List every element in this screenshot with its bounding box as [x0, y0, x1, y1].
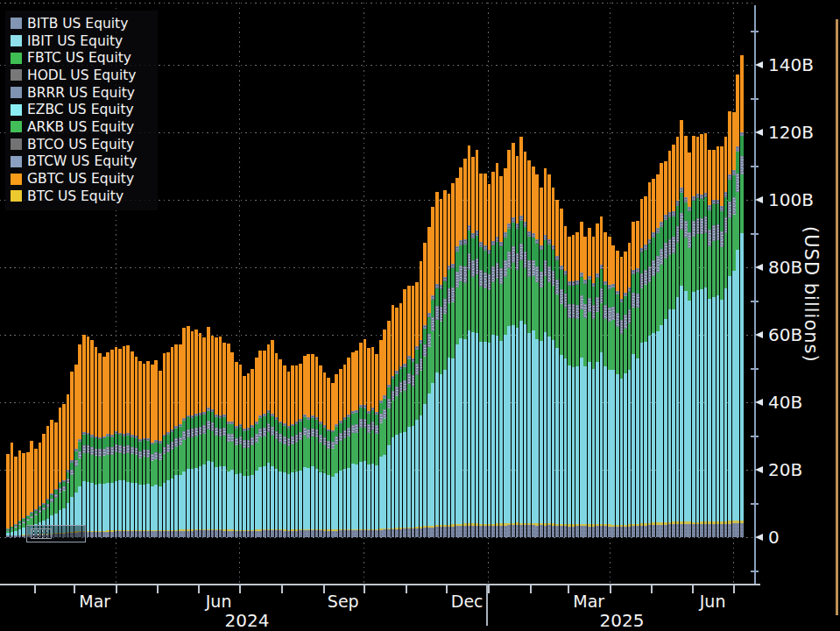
stacked-bar[interactable]	[219, 337, 222, 537]
stacked-bar[interactable]	[512, 143, 515, 537]
stacked-bar[interactable]	[327, 378, 330, 537]
stacked-bar[interactable]	[146, 361, 150, 537]
stacked-bar[interactable]	[532, 167, 535, 537]
stacked-bar[interactable]	[491, 172, 495, 537]
stacked-bar[interactable]	[78, 344, 81, 537]
stacked-bar[interactable]	[126, 345, 130, 537]
stacked-bar[interactable]	[552, 188, 555, 537]
stacked-bar[interactable]	[660, 163, 663, 537]
stacked-bar[interactable]	[275, 353, 279, 537]
stacked-bar[interactable]	[331, 383, 335, 537]
stacked-bar[interactable]	[684, 136, 688, 537]
chart-tool-box[interactable]	[26, 525, 86, 542]
stacked-bar[interactable]	[527, 160, 531, 537]
stacked-bar[interactable]	[339, 369, 342, 537]
stacked-bar[interactable]	[211, 336, 215, 537]
stacked-bar[interactable]	[427, 227, 431, 537]
stacked-bar[interactable]	[463, 159, 467, 537]
stacked-bar[interactable]	[604, 232, 607, 537]
stacked-bar[interactable]	[395, 308, 399, 537]
stacked-bar[interactable]	[364, 339, 367, 537]
stacked-bar[interactable]	[343, 365, 347, 538]
stacked-bar[interactable]	[291, 365, 294, 537]
stacked-bar[interactable]	[668, 151, 672, 537]
legend-item-btc[interactable]: BTC US Equity	[11, 188, 152, 205]
stacked-bar[interactable]	[580, 222, 583, 537]
stacked-bar[interactable]	[191, 331, 194, 537]
stacked-bar[interactable]	[90, 340, 94, 537]
stacked-bar[interactable]	[544, 168, 547, 537]
stacked-bar[interactable]	[712, 150, 716, 537]
stacked-bar[interactable]	[239, 365, 243, 537]
stacked-bar[interactable]	[163, 353, 166, 537]
stacked-bar[interactable]	[11, 443, 14, 537]
stacked-bar[interactable]	[135, 357, 138, 537]
legend-item-gbtc[interactable]: GBTC US Equity	[11, 170, 152, 188]
stacked-bar[interactable]	[166, 352, 170, 537]
stacked-bar[interactable]	[62, 404, 66, 537]
stacked-bar[interactable]	[596, 223, 599, 537]
stacked-bar[interactable]	[179, 344, 182, 537]
stacked-bar[interactable]	[443, 190, 447, 537]
stacked-bar[interactable]	[555, 200, 559, 537]
stacked-bar[interactable]	[295, 365, 299, 537]
legend-item-hodl[interactable]: HODL US Equity	[11, 67, 152, 84]
stacked-bar[interactable]	[235, 362, 238, 537]
stacked-bar[interactable]	[159, 371, 162, 537]
stacked-bar[interactable]	[18, 450, 22, 537]
stacked-bar[interactable]	[22, 453, 25, 537]
legend-item-ibit[interactable]: IBIT US Equity	[11, 32, 152, 50]
stacked-bar[interactable]	[202, 337, 206, 537]
stacked-bar[interactable]	[98, 353, 102, 537]
stacked-bar[interactable]	[74, 365, 78, 537]
stacked-bar[interactable]	[335, 374, 338, 537]
stacked-bar[interactable]	[303, 356, 307, 537]
stacked-bar[interactable]	[307, 354, 310, 537]
stacked-bar[interactable]	[110, 350, 114, 537]
legend-item-bitb[interactable]: BITB US Equity	[11, 15, 152, 32]
stacked-bar[interactable]	[271, 340, 274, 537]
stacked-bar[interactable]	[243, 376, 246, 537]
stacked-bar[interactable]	[716, 146, 720, 537]
stacked-bar[interactable]	[728, 111, 731, 537]
stacked-bar[interactable]	[560, 209, 563, 537]
stacked-bar[interactable]	[415, 282, 419, 537]
stacked-bar[interactable]	[640, 199, 644, 537]
stacked-bar[interactable]	[412, 286, 415, 537]
stacked-bar[interactable]	[255, 358, 258, 537]
stacked-bar[interactable]	[263, 351, 266, 537]
stacked-bar[interactable]	[644, 196, 647, 537]
stacked-bar[interactable]	[383, 330, 386, 537]
legend-item-btco[interactable]: BTCO US Equity	[11, 136, 152, 153]
stacked-bar[interactable]	[143, 364, 146, 537]
stacked-bar[interactable]	[230, 352, 234, 537]
stacked-bar[interactable]	[451, 183, 455, 537]
stacked-bar[interactable]	[50, 420, 53, 537]
stacked-bar[interactable]	[724, 137, 728, 537]
stacked-bar[interactable]	[524, 152, 527, 537]
stacked-bar[interactable]	[616, 251, 619, 537]
stacked-bar[interactable]	[379, 340, 383, 537]
stacked-bar[interactable]	[323, 372, 327, 537]
stacked-bar[interactable]	[351, 352, 355, 537]
stacked-bar[interactable]	[672, 145, 675, 537]
stacked-bar[interactable]	[299, 364, 302, 537]
stacked-bar[interactable]	[479, 174, 483, 537]
stacked-bar[interactable]	[95, 347, 98, 537]
stacked-bar[interactable]	[423, 243, 427, 537]
stacked-bar[interactable]	[403, 289, 406, 537]
stacked-bar[interactable]	[568, 237, 571, 537]
stacked-bar[interactable]	[583, 237, 587, 537]
stacked-bar[interactable]	[106, 352, 109, 537]
stacked-bar[interactable]	[455, 178, 459, 537]
stacked-bar[interactable]	[151, 365, 154, 537]
stacked-bar[interactable]	[636, 221, 639, 537]
stacked-bar[interactable]	[696, 137, 700, 538]
stacked-bar[interactable]	[652, 179, 655, 537]
stacked-bar[interactable]	[258, 351, 262, 537]
stacked-bar[interactable]	[251, 369, 254, 537]
stacked-bar[interactable]	[440, 199, 443, 537]
stacked-bar[interactable]	[504, 168, 507, 537]
stacked-bar[interactable]	[516, 156, 519, 537]
stacked-bar[interactable]	[174, 344, 178, 537]
